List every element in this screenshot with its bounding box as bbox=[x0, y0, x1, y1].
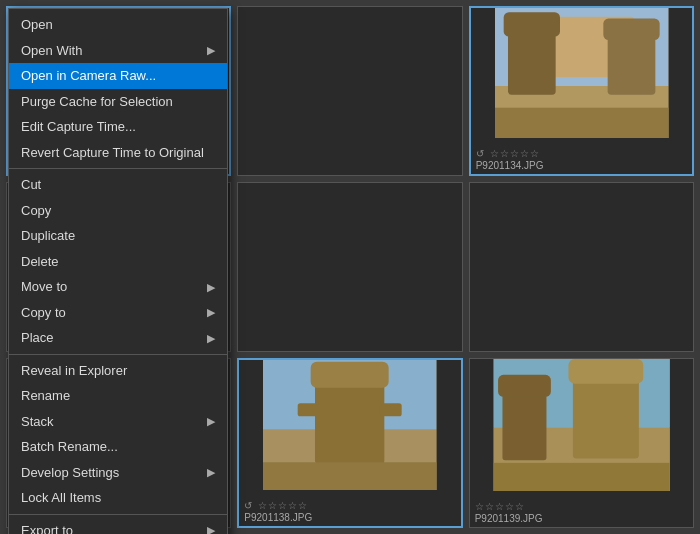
menu-label-8: Duplicate bbox=[21, 226, 75, 246]
menu-label-2: Open in Camera Raw... bbox=[21, 66, 156, 86]
submenu-arrow-12: ▶ bbox=[207, 330, 215, 347]
menu-item-1[interactable]: Open With▶ bbox=[9, 38, 227, 64]
menu-label-3: Purge Cache for Selection bbox=[21, 92, 173, 112]
submenu-arrow-15: ▶ bbox=[207, 413, 215, 430]
menu-item-18[interactable]: Lock All Items bbox=[9, 485, 227, 511]
photo-cell-empty3 bbox=[237, 182, 462, 352]
submenu-arrow-19: ▶ bbox=[207, 522, 215, 534]
menu-label-13: Reveal in Explorer bbox=[21, 361, 127, 381]
menu-item-5[interactable]: Revert Capture Time to Original bbox=[9, 140, 227, 166]
photo-meta-2: ↺ ☆☆☆☆☆ P9201134.JPG bbox=[471, 138, 692, 174]
svg-rect-18 bbox=[495, 108, 668, 138]
menu-label-0: Open bbox=[21, 15, 53, 35]
menu-label-14: Rename bbox=[21, 386, 70, 406]
photo-stars-5: ☆☆☆☆☆ bbox=[475, 501, 688, 512]
menu-label-10: Move to bbox=[21, 277, 67, 297]
menu-label-5: Revert Capture Time to Original bbox=[21, 143, 204, 163]
menu-label-17: Develop Settings bbox=[21, 463, 119, 483]
menu-item-13[interactable]: Reveal in Explorer bbox=[9, 358, 227, 384]
menu-item-2[interactable]: Open in Camera Raw... bbox=[9, 63, 227, 89]
menu-label-6: Cut bbox=[21, 175, 41, 195]
menu-label-4: Edit Capture Time... bbox=[21, 117, 136, 137]
rotate-icon-2: ↺ bbox=[476, 148, 485, 159]
submenu-arrow-1: ▶ bbox=[207, 42, 215, 59]
menu-item-0[interactable]: Open bbox=[9, 12, 227, 38]
photo-cell-empty4 bbox=[469, 182, 694, 352]
menu-item-19[interactable]: Export to▶ bbox=[9, 518, 227, 535]
photo-thumb-4 bbox=[239, 360, 460, 490]
svg-rect-35 bbox=[263, 462, 436, 490]
menu-label-16: Batch Rename... bbox=[21, 437, 118, 457]
svg-rect-33 bbox=[298, 403, 320, 416]
menu-label-19: Export to bbox=[21, 521, 73, 535]
menu-item-8[interactable]: Duplicate bbox=[9, 223, 227, 249]
context-menu: OpenOpen With▶Open in Camera Raw...Purge… bbox=[8, 8, 228, 534]
photo-filename-5: P9201139.JPG bbox=[475, 513, 688, 524]
menu-item-10[interactable]: Move to▶ bbox=[9, 274, 227, 300]
menu-separator-5 bbox=[9, 168, 227, 169]
menu-item-16[interactable]: Batch Rename... bbox=[9, 434, 227, 460]
menu-item-4[interactable]: Edit Capture Time... bbox=[9, 114, 227, 140]
svg-rect-42 bbox=[498, 375, 551, 397]
photo-cell-2[interactable]: ↺ ☆☆☆☆☆ P9201134.JPG bbox=[469, 6, 694, 176]
svg-rect-40 bbox=[568, 359, 643, 384]
menu-separator-12 bbox=[9, 354, 227, 355]
menu-separator-18 bbox=[9, 514, 227, 515]
menu-item-15[interactable]: Stack▶ bbox=[9, 409, 227, 435]
menu-item-3[interactable]: Purge Cache for Selection bbox=[9, 89, 227, 115]
svg-rect-43 bbox=[493, 463, 669, 491]
menu-label-11: Copy to bbox=[21, 303, 66, 323]
menu-label-15: Stack bbox=[21, 412, 54, 432]
svg-rect-15 bbox=[503, 12, 559, 36]
menu-label-12: Place bbox=[21, 328, 54, 348]
menu-item-12[interactable]: Place▶ bbox=[9, 325, 227, 351]
svg-rect-32 bbox=[311, 362, 389, 388]
menu-item-7[interactable]: Copy bbox=[9, 198, 227, 224]
photo-thumb-5 bbox=[470, 359, 693, 491]
submenu-arrow-17: ▶ bbox=[207, 464, 215, 481]
photo-meta-5: ☆☆☆☆☆ P9201139.JPG bbox=[470, 491, 693, 527]
menu-item-6[interactable]: Cut bbox=[9, 172, 227, 198]
menu-label-9: Delete bbox=[21, 252, 59, 272]
photo-stars-2: ↺ ☆☆☆☆☆ bbox=[476, 148, 687, 159]
submenu-arrow-11: ▶ bbox=[207, 304, 215, 321]
svg-rect-34 bbox=[380, 403, 402, 416]
menu-label-18: Lock All Items bbox=[21, 488, 101, 508]
menu-label-7: Copy bbox=[21, 201, 51, 221]
menu-item-9[interactable]: Delete bbox=[9, 249, 227, 275]
photo-meta-4: ↺ ☆☆☆☆☆ P9201138.JPG bbox=[239, 490, 460, 526]
svg-rect-17 bbox=[603, 18, 659, 40]
photo-cell-4[interactable]: ↺ ☆☆☆☆☆ P9201138.JPG bbox=[237, 358, 462, 528]
photo-stars-4: ↺ ☆☆☆☆☆ bbox=[244, 500, 455, 511]
photo-cell-5[interactable]: ☆☆☆☆☆ P9201139.JPG bbox=[469, 358, 694, 528]
menu-item-11[interactable]: Copy to▶ bbox=[9, 300, 227, 326]
photo-thumb-2 bbox=[471, 8, 692, 138]
photo-filename-4: P9201138.JPG bbox=[244, 512, 455, 523]
menu-label-1: Open With bbox=[21, 41, 82, 61]
menu-item-17[interactable]: Develop Settings▶ bbox=[9, 460, 227, 486]
photo-cell-empty bbox=[237, 6, 462, 176]
rotate-icon-4: ↺ bbox=[244, 500, 253, 511]
submenu-arrow-10: ▶ bbox=[207, 279, 215, 296]
menu-item-14[interactable]: Rename bbox=[9, 383, 227, 409]
photo-filename-2: P9201134.JPG bbox=[476, 160, 687, 171]
